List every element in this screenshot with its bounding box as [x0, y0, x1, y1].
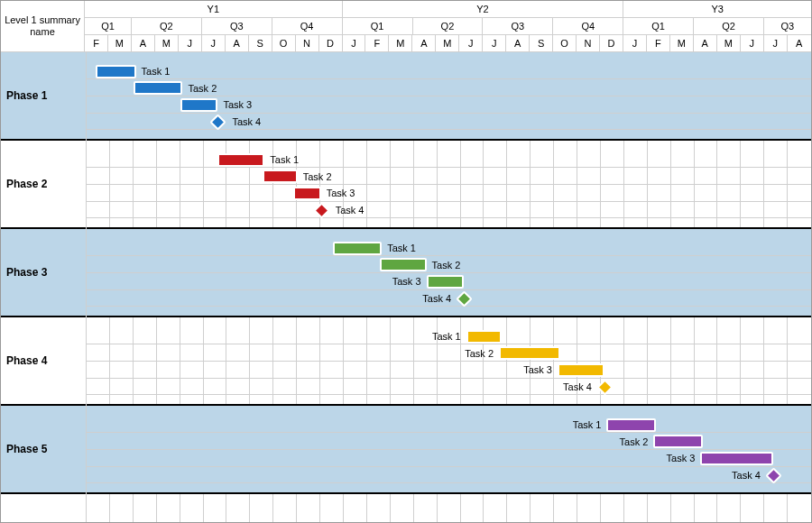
task-row: Task 1 [87, 240, 811, 257]
phase-block: Task 1Task 2Task 3Task 4 [87, 229, 811, 317]
milestone-icon[interactable] [765, 467, 781, 483]
year-cell: Y1 [85, 1, 343, 18]
gantt-bar-label: Task 1 [432, 329, 466, 344]
phase-label: Phase 5 [1, 406, 86, 494]
phase-label: Phase 1 [1, 52, 86, 141]
gantt-bar[interactable] [700, 452, 773, 465]
task-row: Task 3 [87, 273, 811, 290]
month-cell: A [412, 35, 436, 52]
gantt-bar[interactable] [499, 346, 560, 360]
gantt-bar[interactable] [333, 242, 383, 255]
month-cell: M [108, 35, 132, 52]
milestone-label: Task 4 [226, 115, 261, 130]
padding-row [87, 52, 811, 63]
gantt-bar-label: Task 3 [392, 274, 427, 289]
month-cell: J [483, 35, 506, 52]
month-cell: J [623, 35, 647, 52]
month-cell: A [788, 35, 811, 52]
month-cell: A [506, 35, 530, 52]
milestone-label: Task 4 [563, 380, 597, 395]
gantt-bar[interactable] [466, 330, 502, 344]
padding-row [87, 317, 811, 328]
gantt-bar-label: Task 3 [321, 186, 355, 201]
month-cell: D [600, 35, 623, 52]
quarter-cell: Q1 [85, 18, 132, 35]
month-cell: N [577, 35, 600, 52]
month-cell: M [717, 35, 741, 52]
gantt-bar[interactable] [96, 65, 135, 78]
task-row: Task 3 [87, 96, 811, 114]
milestone-icon[interactable] [210, 114, 226, 130]
gantt-bar-label: Task 2 [620, 434, 654, 449]
gantt-bar[interactable] [427, 275, 465, 289]
phase-label: Phase 2 [1, 141, 86, 229]
milestone-icon[interactable] [456, 290, 472, 307]
gantt-bar-label: Task 1 [136, 64, 171, 79]
phase-block: Task 1Task 2Task 3Task 4 [87, 141, 811, 229]
quarter-cell: Q2 [694, 18, 764, 35]
gantt-bar[interactable] [263, 170, 298, 183]
month-cell: A [694, 35, 717, 52]
month-cell: A [132, 35, 155, 52]
padding-row [87, 483, 811, 492]
gantt-bar[interactable] [293, 187, 321, 200]
gantt-bar-label: Task 2 [465, 345, 499, 361]
phase-block: Task 1Task 2Task 3Task 4 [87, 406, 811, 494]
milestone-label: Task 4 [422, 291, 457, 307]
gantt-bar[interactable] [558, 363, 604, 377]
month-cell: N [296, 35, 319, 52]
month-row: FMAMJJASONDJFMAMJJASONDJFMAMJJA [85, 35, 811, 52]
quarter-cell: Q2 [413, 18, 484, 35]
gantt-bar[interactable] [380, 258, 427, 271]
quarter-cell: Q3 [764, 18, 811, 35]
padding-row [87, 130, 811, 139]
phase-label-column: Phase 1Phase 2Phase 3Phase 4Phase 5 [1, 52, 87, 522]
quarter-cell: Q4 [553, 18, 623, 35]
month-cell: J [741, 35, 764, 52]
padding-row [87, 307, 811, 316]
month-cell: J [459, 35, 483, 52]
quarter-cell: Q3 [483, 18, 553, 35]
phase-label: Phase 4 [1, 317, 86, 406]
task-row: Task 3 [87, 185, 811, 202]
gantt-bar-label: Task 1 [573, 417, 607, 433]
month-cell: M [155, 35, 179, 52]
task-row: Task 2 [87, 344, 811, 362]
gantt-bar-label: Task 1 [382, 241, 416, 256]
gantt-body: Phase 1Phase 2Phase 3Phase 4Phase 5 Task… [1, 52, 811, 522]
month-cell: O [553, 35, 577, 52]
gantt-bar[interactable] [606, 418, 656, 432]
task-row: Task 4 [87, 202, 811, 219]
padding-row [87, 141, 811, 151]
month-cell: M [436, 35, 459, 52]
quarter-cell: Q1 [343, 18, 413, 35]
month-cell: M [389, 35, 412, 52]
month-cell: J [343, 35, 366, 52]
task-row: Task 3 [87, 362, 811, 379]
gantt-bar-label: Task 2 [427, 257, 461, 272]
task-row: Task 2 [87, 79, 811, 96]
year-row: Y1Y2Y3 [85, 1, 811, 18]
gantt-bar[interactable] [217, 153, 264, 167]
gantt-bar[interactable] [180, 98, 218, 112]
timeline-header-right: Y1Y2Y3 Q1Q2Q3Q4Q1Q2Q3Q4Q1Q2Q3 FMAMJJASON… [85, 1, 811, 52]
padding-row [87, 218, 811, 227]
task-row: Task 4 [87, 290, 811, 307]
quarter-cell: Q4 [272, 18, 343, 35]
month-cell: J [179, 35, 202, 52]
milestone-icon[interactable] [596, 379, 613, 395]
gantt-bar-label: Task 2 [182, 80, 217, 96]
month-cell: S [249, 35, 272, 52]
gantt-bar[interactable] [653, 435, 703, 448]
padding-row [87, 229, 811, 240]
gantt-bar-label: Task 3 [217, 97, 252, 113]
year-cell: Y2 [343, 1, 624, 18]
gantt-bar[interactable] [134, 81, 183, 95]
gantt-bar-label: Task 3 [667, 451, 701, 466]
gantt-bar-label: Task 3 [523, 362, 558, 378]
gantt-bar-label: Task 2 [298, 169, 332, 184]
month-cell: D [319, 35, 343, 52]
milestone-icon[interactable] [313, 202, 329, 218]
task-row: Task 2 [87, 168, 811, 185]
task-row: Task 4 [87, 467, 811, 484]
